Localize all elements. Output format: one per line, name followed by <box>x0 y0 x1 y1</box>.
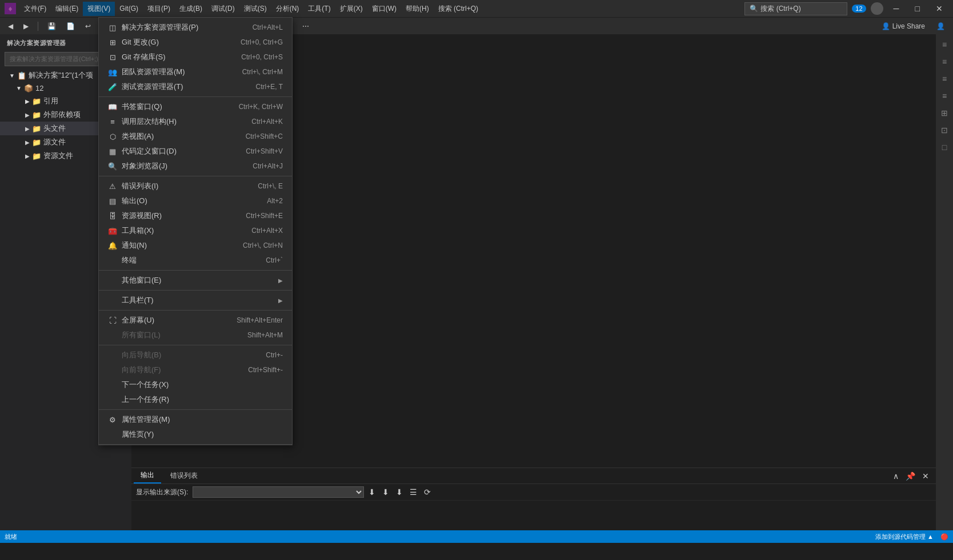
menu-label-5-0: 全屏幕(U) <box>122 315 232 325</box>
menu-label-1-4: 对象浏览器(J) <box>122 161 248 171</box>
menu-row-0-1[interactable]: ⊞Git 更改(G)Ctrl+0, Ctrl+G <box>99 35 292 50</box>
solution-icon: 📋 <box>17 71 26 80</box>
menu-item-help[interactable]: 帮助(H) <box>401 2 434 16</box>
menu-row-4-0[interactable]: 工具栏(T)▶ <box>99 293 292 308</box>
menu-row-2-3[interactable]: 🧰工具箱(X)Ctrl+Alt+X <box>99 223 292 238</box>
menu-row-0-4[interactable]: 🧪测试资源管理器(T)Ctrl+E, T <box>99 79 292 94</box>
menu-item-window[interactable]: 窗口(W) <box>367 2 401 16</box>
menu-row-1-4[interactable]: 🔍对象浏览器(J)Ctrl+Alt+J <box>99 159 292 174</box>
menu-row-1-3[interactable]: ▦代码定义窗口(D)Ctrl+Shift+V <box>99 144 292 159</box>
menu-row-1-0[interactable]: 📖书签窗口(Q)Ctrl+K, Ctrl+W <box>99 99 292 114</box>
menu-row-7-0[interactable]: ⚙属性管理器(M) <box>99 412 292 427</box>
output-btn5[interactable]: ⟳ <box>422 486 433 498</box>
menu-item-build[interactable]: 生成(B) <box>175 2 207 16</box>
clear-output-button[interactable]: ⬇ <box>366 486 378 498</box>
search-box[interactable]: 🔍 搜索 (Ctrl+Q) <box>744 2 847 15</box>
menu-row-1-2[interactable]: ⬡类视图(A)Ctrl+Shift+C <box>99 129 292 144</box>
menu-item-edit[interactable]: 编辑(E) <box>51 2 83 16</box>
menu-row-1-1[interactable]: ≡调用层次结构(H)Ctrl+Alt+K <box>99 114 292 129</box>
menu-item-debug[interactable]: 调试(D) <box>207 2 239 16</box>
forward-button[interactable]: ▶ <box>20 21 32 31</box>
menu-label-2-0: 错误列表(I) <box>122 181 253 191</box>
menu-row-3-0[interactable]: 其他窗口(E)▶ <box>99 273 292 288</box>
menu-row-2-4[interactable]: 🔔通知(N)Ctrl+\, Ctrl+N <box>99 238 292 253</box>
ext-expand-icon: ▶ <box>25 112 30 118</box>
title-bar-right: 🔍 搜索 (Ctrl+Q) 12 ─ □ ✕ <box>744 2 948 15</box>
menu-row-2-0[interactable]: ⚠错误列表(I)Ctrl+\, E <box>99 179 292 194</box>
menu-row-2-1[interactable]: ▤输出(O)Alt+2 <box>99 194 292 208</box>
minimize-button[interactable]: ─ <box>888 2 905 15</box>
sidebar-icon-2[interactable]: ≡ <box>936 54 952 70</box>
status-left: 就绪 <box>5 533 17 541</box>
menu-row-2-5[interactable]: 终端Ctrl+` <box>99 253 292 268</box>
menu-row-6-3[interactable]: 上一个任务(R) <box>99 392 292 407</box>
menu-section-0: ◫解决方案资源管理器(P)Ctrl+Alt+L⊞Git 更改(G)Ctrl+0,… <box>99 18 292 97</box>
menu-item-git[interactable]: Git(G) <box>115 2 143 15</box>
more-button[interactable]: ⋯ <box>299 21 313 31</box>
menu-label-6-2: 下一个任务(X) <box>122 380 283 390</box>
menu-bar: 文件(F)编辑(E)视图(V)Git(G)项目(P)生成(B)调试(D)测试(S… <box>19 2 741 16</box>
menu-item-extensions[interactable]: 扩展(X) <box>335 2 367 16</box>
menu-item-file[interactable]: 文件(F) <box>19 2 51 16</box>
menu-icon-1-1: ≡ <box>108 118 117 126</box>
sidebar-icon-3[interactable]: ≡ <box>936 71 952 87</box>
sidebar-icon-4[interactable]: ≡ <box>936 88 952 104</box>
maximize-button[interactable]: □ <box>910 2 926 15</box>
menu-label-7-0: 属性管理器(M) <box>122 414 283 425</box>
file-button[interactable]: 📄 <box>63 21 78 31</box>
sidebar-icon-7[interactable]: □ <box>936 139 952 155</box>
hdr-icon: 📁 <box>32 124 41 133</box>
menu-row-0-0[interactable]: ◫解决方案资源管理器(P)Ctrl+Alt+L <box>99 20 292 35</box>
menu-label-3-0: 其他窗口(E) <box>122 275 274 285</box>
output-btn2[interactable]: ⬇ <box>380 486 391 498</box>
menu-item-project[interactable]: 项目(P) <box>143 2 175 16</box>
right-toolbar-section: 👤 Live Share <box>877 21 930 31</box>
output-btn4[interactable]: ☰ <box>407 486 419 498</box>
back-button[interactable]: ◀ <box>5 21 17 31</box>
close-button[interactable]: ✕ <box>930 2 948 15</box>
panel-close-button[interactable]: ✕ <box>920 470 931 482</box>
menu-shortcut-0-0: Ctrl+Alt+L <box>253 23 283 31</box>
save-button[interactable]: 💾 <box>44 21 59 31</box>
src-label: 源文件 <box>43 137 66 147</box>
panel-controls: ∧ 📌 ✕ <box>891 470 931 482</box>
menu-row-0-3[interactable]: 👥团队资源管理器(M)Ctrl+\, Ctrl+M <box>99 65 292 79</box>
menu-row-5-0[interactable]: ⛶全屏幕(U)Shift+Alt+Enter <box>99 313 292 328</box>
menu-section-6: 向后导航(B)Ctrl+-向前导航(F)Ctrl+Shift+-下一个任务(X)… <box>99 345 292 410</box>
menu-label-0-0: 解决方案资源管理器(P) <box>122 22 248 33</box>
sidebar-icon-1[interactable]: ≡ <box>936 37 952 53</box>
menu-row-6-0: 向后导航(B)Ctrl+- <box>99 348 292 362</box>
menu-label-6-3: 上一个任务(R) <box>122 394 283 405</box>
output-toolbar: 显示输出来源(S): ⬇ ⬇ ⬇ ☰ ⟳ <box>131 484 936 501</box>
tab-error-list[interactable]: 错误列表 <box>163 469 205 483</box>
menu-row-0-2[interactable]: ⊡Git 存储库(S)Ctrl+0, Ctrl+S <box>99 50 292 65</box>
menu-item-test[interactable]: 测试(S) <box>239 2 271 16</box>
sidebar-icon-5[interactable]: ⊞ <box>936 105 952 121</box>
search-placeholder: 搜索解决方案资源管理器(Ctrl+;) <box>10 55 98 62</box>
sidebar-icon-6[interactable]: ⊡ <box>936 122 952 138</box>
menu-label-7-1: 属性页(Y) <box>122 429 283 440</box>
output-source-select[interactable] <box>193 486 364 498</box>
user-icon-button[interactable]: 👤 <box>933 21 948 31</box>
menu-item-analyze[interactable]: 分析(N) <box>271 2 304 16</box>
tab-output[interactable]: 输出 <box>134 468 161 484</box>
menu-shortcut-1-1: Ctrl+Alt+K <box>251 118 283 126</box>
panel-pin-button[interactable]: 📌 <box>903 470 918 482</box>
menu-item-view[interactable]: 视图(V) <box>83 2 115 16</box>
menu-row-2-2[interactable]: 🗄资源视图(R)Ctrl+Shift+E <box>99 208 292 223</box>
undo-button[interactable]: ↩ <box>82 21 94 31</box>
menu-label-0-3: 团队资源管理器(M) <box>122 67 238 77</box>
collapse-icon: ▼ <box>9 72 15 79</box>
menu-row-6-2[interactable]: 下一个任务(X) <box>99 377 292 392</box>
output-btn3[interactable]: ⬇ <box>394 486 405 498</box>
menu-shortcut-6-0: Ctrl+- <box>266 351 283 359</box>
live-share-button[interactable]: 👤 Live Share <box>877 21 930 31</box>
panel-expand-button[interactable]: ∧ <box>891 470 901 482</box>
menu-icon-0-0: ◫ <box>108 23 117 32</box>
menu-icon-1-3: ▦ <box>108 147 117 156</box>
source-control-label[interactable]: 添加到源代码管理 ▲ <box>875 533 934 541</box>
menu-row-7-1[interactable]: 属性页(Y) <box>99 427 292 442</box>
menu-item-tools[interactable]: 工具(T) <box>303 2 335 16</box>
menu-item-search[interactable]: 搜索 (Ctrl+Q) <box>434 2 483 16</box>
menu-label-2-3: 工具箱(X) <box>122 225 247 236</box>
